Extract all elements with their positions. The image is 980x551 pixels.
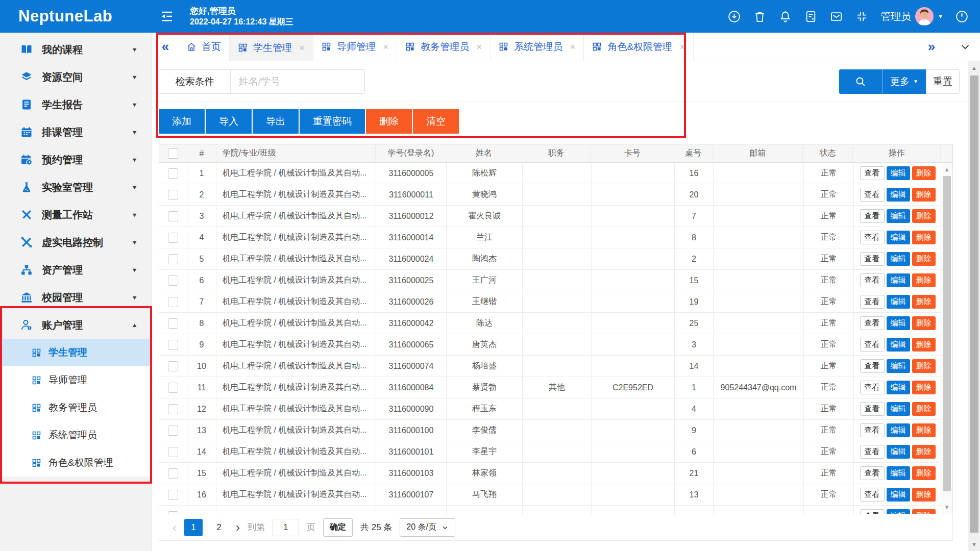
edit-button[interactable]: 编辑 bbox=[887, 188, 910, 202]
sidebar-item-测量工作站[interactable]: 测量工作站 ▼ bbox=[0, 201, 152, 229]
view-button[interactable]: 查看 bbox=[860, 252, 885, 266]
edit-button[interactable]: 编辑 bbox=[887, 252, 910, 266]
view-button[interactable]: 查看 bbox=[860, 445, 885, 459]
download-icon[interactable] bbox=[727, 10, 741, 23]
tab-系统管理员[interactable]: 系统管理员 × bbox=[491, 33, 584, 61]
action-button-删除[interactable]: 删除 bbox=[366, 109, 412, 134]
row-checkbox[interactable] bbox=[168, 383, 178, 393]
action-button-清空[interactable]: 清空 bbox=[413, 109, 459, 134]
delete-button[interactable]: 删除 bbox=[912, 509, 936, 514]
prev-page-button[interactable]: ‹ bbox=[173, 520, 177, 535]
delete-button[interactable]: 删除 bbox=[912, 423, 936, 437]
delete-button[interactable]: 删除 bbox=[912, 445, 936, 459]
view-button[interactable]: 查看 bbox=[860, 402, 885, 416]
trash-icon[interactable] bbox=[753, 10, 767, 23]
sidebar-item-学生报告[interactable]: 学生报告 ▼ bbox=[0, 91, 152, 118]
edit-button[interactable]: 编辑 bbox=[887, 295, 910, 309]
bell-icon[interactable] bbox=[778, 10, 792, 23]
window-scrollbar-thumb[interactable] bbox=[970, 76, 978, 533]
scroll-up-icon[interactable]: ▲ bbox=[968, 62, 980, 73]
row-checkbox[interactable] bbox=[168, 190, 178, 200]
edit-button[interactable]: 编辑 bbox=[887, 488, 910, 502]
view-button[interactable]: 查看 bbox=[860, 188, 885, 202]
edit-button[interactable]: 编辑 bbox=[887, 359, 910, 373]
delete-button[interactable]: 删除 bbox=[912, 252, 936, 266]
row-checkbox[interactable] bbox=[168, 511, 178, 514]
delete-button[interactable]: 删除 bbox=[912, 466, 936, 480]
row-checkbox[interactable] bbox=[168, 425, 178, 436]
view-button[interactable]: 查看 bbox=[860, 209, 885, 223]
submenu-item-学生管理[interactable]: 学生管理 bbox=[0, 339, 152, 366]
delete-button[interactable]: 删除 bbox=[912, 316, 936, 330]
edit-button[interactable]: 编辑 bbox=[887, 423, 910, 437]
sidebar-item-账户管理[interactable]: 账户管理 ▲ bbox=[0, 311, 152, 339]
action-button-重置密码[interactable]: 重置密码 bbox=[300, 109, 365, 134]
confirm-button[interactable]: 确定 bbox=[323, 518, 353, 537]
sidebar-item-我的课程[interactable]: 我的课程 ▼ bbox=[0, 36, 152, 63]
view-button[interactable]: 查看 bbox=[860, 273, 885, 287]
power-icon[interactable] bbox=[955, 10, 969, 23]
mail-icon[interactable] bbox=[829, 10, 843, 23]
scroll-down-icon[interactable]: ▼ bbox=[968, 539, 980, 550]
edit-button[interactable]: 编辑 bbox=[887, 466, 910, 480]
edit-button[interactable]: 编辑 bbox=[887, 402, 910, 416]
row-checkbox[interactable] bbox=[168, 404, 178, 414]
sidebar-item-实验室管理[interactable]: 实验室管理 ▼ bbox=[0, 173, 152, 201]
view-button[interactable]: 查看 bbox=[860, 381, 885, 394]
view-button[interactable]: 查看 bbox=[860, 488, 885, 502]
row-checkbox[interactable] bbox=[168, 490, 178, 500]
delete-button[interactable]: 删除 bbox=[912, 338, 936, 352]
search-input[interactable] bbox=[231, 70, 364, 93]
row-checkbox[interactable] bbox=[168, 340, 178, 350]
delete-button[interactable]: 删除 bbox=[912, 166, 936, 180]
row-checkbox[interactable] bbox=[168, 468, 178, 479]
row-checkbox[interactable] bbox=[168, 233, 178, 243]
close-tab-icon[interactable]: × bbox=[383, 41, 388, 53]
delete-button[interactable]: 删除 bbox=[912, 488, 936, 502]
delete-button[interactable]: 删除 bbox=[912, 402, 936, 416]
page-button-1[interactable]: 1 bbox=[184, 519, 203, 536]
submenu-item-教务管理员[interactable]: 教务管理员 bbox=[0, 394, 152, 421]
message-icon[interactable] bbox=[804, 10, 818, 23]
scroll-down-icon[interactable]: ▼ bbox=[941, 502, 952, 513]
view-button[interactable]: 查看 bbox=[860, 316, 885, 330]
user-menu[interactable]: 管理员 ▼ bbox=[880, 7, 943, 26]
action-button-导入[interactable]: 导入 bbox=[206, 109, 252, 134]
tab-导师管理[interactable]: 导师管理 × bbox=[313, 33, 397, 61]
sidebar-item-校园管理[interactable]: 校园管理 ▼ bbox=[0, 284, 152, 311]
edit-button[interactable]: 编辑 bbox=[887, 231, 910, 244]
edit-button[interactable]: 编辑 bbox=[887, 338, 910, 352]
edit-button[interactable]: 编辑 bbox=[887, 209, 910, 223]
tab-首页[interactable]: 首页 bbox=[178, 33, 230, 61]
submenu-item-导师管理[interactable]: 导师管理 bbox=[0, 366, 152, 394]
fullscreen-exit-icon[interactable] bbox=[855, 10, 869, 23]
search-button[interactable] bbox=[839, 69, 882, 94]
view-button[interactable]: 查看 bbox=[860, 231, 885, 244]
row-checkbox[interactable] bbox=[168, 361, 178, 371]
edit-button[interactable]: 编辑 bbox=[887, 509, 910, 514]
view-button[interactable]: 查看 bbox=[860, 466, 885, 480]
row-checkbox[interactable] bbox=[168, 297, 178, 307]
edit-button[interactable]: 编辑 bbox=[887, 381, 910, 394]
view-button[interactable]: 查看 bbox=[860, 509, 885, 514]
edit-button[interactable]: 编辑 bbox=[887, 273, 910, 287]
reset-button[interactable]: 重置 bbox=[926, 69, 960, 94]
row-checkbox[interactable] bbox=[168, 254, 178, 264]
close-tab-icon[interactable]: × bbox=[299, 42, 305, 54]
action-button-导出[interactable]: 导出 bbox=[253, 109, 299, 134]
delete-button[interactable]: 删除 bbox=[912, 231, 936, 244]
view-button[interactable]: 查看 bbox=[860, 338, 885, 352]
close-tab-icon[interactable]: × bbox=[679, 41, 685, 53]
collapse-menu-icon[interactable] bbox=[159, 9, 175, 24]
submenu-item-角色&权限管理[interactable]: 角色&权限管理 bbox=[0, 449, 152, 477]
delete-button[interactable]: 删除 bbox=[912, 359, 936, 373]
close-tab-icon[interactable]: × bbox=[570, 41, 575, 53]
close-tab-icon[interactable]: × bbox=[476, 41, 482, 53]
sidebar-item-资产管理[interactable]: 资产管理 ▼ bbox=[0, 256, 152, 284]
more-button[interactable]: 更多▼ bbox=[882, 69, 926, 94]
view-button[interactable]: 查看 bbox=[860, 166, 885, 180]
edit-button[interactable]: 编辑 bbox=[887, 166, 910, 180]
view-button[interactable]: 查看 bbox=[860, 359, 885, 373]
sidebar-item-排课管理[interactable]: 排课管理 ▼ bbox=[0, 118, 152, 146]
view-button[interactable]: 查看 bbox=[860, 423, 885, 437]
